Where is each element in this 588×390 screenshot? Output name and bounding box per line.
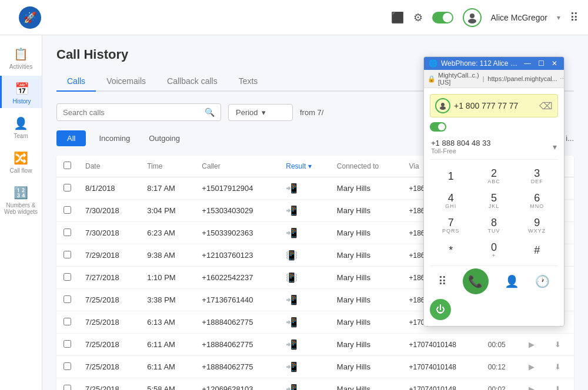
via-cell: +17074010148 (402, 378, 481, 391)
tab-callback[interactable]: Callback calls (156, 72, 228, 92)
incoming-button[interactable]: Incoming (93, 130, 136, 146)
duration-cell: 00:12 (481, 356, 522, 378)
time-cell: 6:11 AM (140, 356, 195, 378)
keypad: 1 2 ABC3 DEF4 GHI5 JKL6 MNO7 PQRS8 TUV9 … (430, 164, 558, 262)
play-cell[interactable]: ▶ (522, 356, 547, 378)
logo-icon[interactable]: 🚀 (19, 6, 41, 29)
row-checkbox[interactable] (64, 184, 71, 191)
time-cell: 9:38 AM (140, 244, 195, 267)
key-#-button[interactable]: # (516, 238, 558, 262)
numbers-icon: 🔢 (14, 186, 28, 200)
dialer-number[interactable]: +1 800 777 77 77 (454, 101, 536, 110)
chevron-down-icon[interactable]: ▾ (557, 14, 560, 22)
avatar (463, 8, 482, 27)
key-letters: + (492, 253, 496, 258)
tab-voicemails[interactable]: Voicemails (96, 72, 156, 92)
user-name[interactable]: Alice McGregor (491, 13, 547, 22)
close-button[interactable]: ✕ (550, 59, 559, 68)
row-checkbox[interactable] (64, 206, 71, 214)
key-0-button[interactable]: 0 + (473, 238, 514, 262)
select-all-checkbox[interactable] (64, 162, 71, 169)
date-cell: 7/25/2018 (78, 289, 140, 311)
row-checkbox[interactable] (64, 385, 71, 391)
period-label: Period (236, 108, 258, 117)
caller-cell: +15017912904 (195, 177, 279, 200)
restore-button[interactable]: ☐ (536, 59, 546, 68)
row-checkbox[interactable] (64, 340, 71, 348)
key-letters: MNO (530, 203, 544, 209)
duration-cell: 00:05 (481, 334, 522, 356)
sidebar-item-team[interactable]: 👤 Team (0, 110, 42, 143)
key-9-button[interactable]: 9 WXYZ (516, 214, 558, 237)
key-*-button[interactable]: * (430, 238, 472, 262)
row-checkbox[interactable] (64, 228, 71, 236)
key-1-button[interactable]: 1 (430, 164, 472, 188)
status-toggle[interactable] (432, 12, 453, 23)
recents-icon[interactable]: 🕐 (535, 274, 550, 288)
contacts-icon[interactable]: 👤 (505, 274, 519, 288)
key-digit: 9 (534, 217, 540, 228)
play-cell[interactable]: ▶ (522, 378, 547, 391)
tab-texts[interactable]: Texts (228, 72, 269, 92)
all-button[interactable]: All (56, 130, 86, 146)
tab-calls[interactable]: Calls (56, 72, 96, 92)
col-result[interactable]: Result ▾ (279, 156, 330, 177)
key-letters: PQRS (442, 228, 460, 234)
outgoing-button[interactable]: Outgoing (143, 130, 186, 146)
stats-icon[interactable]: ⬛ (391, 11, 404, 24)
key-5-button[interactable]: 5 JKL (473, 189, 514, 213)
key-digit: 6 (534, 193, 540, 203)
connected-cell: Mary Hills (330, 244, 402, 267)
missed-call-icon: 📲 (286, 183, 298, 193)
sidebar-item-history[interactable]: 📅 History (0, 76, 42, 108)
key-8-button[interactable]: 8 TUV (473, 214, 514, 237)
sidebar-label-history: History (12, 98, 31, 105)
row-checkbox[interactable] (64, 295, 71, 303)
url-text: https://panel.mightycal... (487, 75, 557, 82)
caller-cell: +18884062775 (195, 334, 279, 356)
date-cell: 8/1/2018 (78, 177, 140, 200)
sidebar-item-numbers[interactable]: 🔢 Numbers & Web widgets (0, 180, 42, 218)
download-cell[interactable]: ⬇ (547, 334, 574, 356)
key-6-button[interactable]: 6 MNO (516, 189, 558, 213)
power-button[interactable]: ⏻ (430, 299, 451, 320)
dialpad-icon[interactable]: ⠿ (570, 11, 579, 25)
key-2-button[interactable]: 2 ABC (473, 164, 514, 188)
row-checkbox[interactable] (64, 362, 71, 370)
caller-cell: +18884062775 (195, 356, 279, 378)
search-input[interactable] (63, 108, 205, 117)
dial-bottom: ⠿ 📞 👤 🕐 (430, 265, 558, 297)
grid-icon[interactable]: ⠿ (438, 274, 447, 288)
dialer-input-row: +1 800 777 77 77 ⌫ (430, 94, 558, 117)
search-icon[interactable]: 🔍 (205, 107, 215, 117)
download-cell[interactable]: ⬇ (547, 356, 574, 378)
callflow-icon: 🔀 (14, 151, 28, 165)
sidebar-item-activities[interactable]: 📋 Activities (0, 41, 42, 73)
menu-icon[interactable]: ⋯ (560, 75, 564, 83)
key-digit: 8 (491, 217, 497, 228)
row-checkbox[interactable] (64, 318, 71, 325)
period-select[interactable]: Period ▾ (228, 104, 293, 121)
result-cell: 📲 (279, 289, 330, 311)
row-checkbox[interactable] (64, 251, 71, 258)
play-cell[interactable]: ▶ (522, 334, 547, 356)
row-checkbox[interactable] (64, 273, 71, 281)
sidebar-label-team: Team (14, 133, 28, 139)
webphone-toggle[interactable] (430, 122, 446, 132)
table-row: 7/25/2018 6:11 AM +18884062775 📲 Mary Hi… (56, 356, 574, 378)
connected-cell: Mary Hills (330, 334, 402, 356)
download-cell[interactable]: ⬇ (547, 378, 574, 391)
sidebar-item-callflow[interactable]: 🔀 Call flow (0, 145, 42, 177)
expand-icon[interactable]: ▾ (553, 142, 557, 152)
key-3-button[interactable]: 3 DEF (516, 164, 558, 188)
toll-free-label: Toll-Free (431, 147, 491, 154)
minimize-button[interactable]: — (522, 59, 533, 68)
clear-button[interactable]: ⌫ (539, 100, 553, 112)
key-7-button[interactable]: 7 PQRS (430, 214, 472, 237)
key-4-button[interactable]: 4 GHI (430, 189, 472, 213)
gear-icon[interactable]: ⚙ (413, 11, 423, 24)
connected-cell: Mary Hills (330, 200, 402, 222)
call-button[interactable]: 📞 (463, 268, 489, 294)
connected-cell: Mary Hills (330, 177, 402, 200)
date-cell: 7/27/2018 (78, 267, 140, 289)
